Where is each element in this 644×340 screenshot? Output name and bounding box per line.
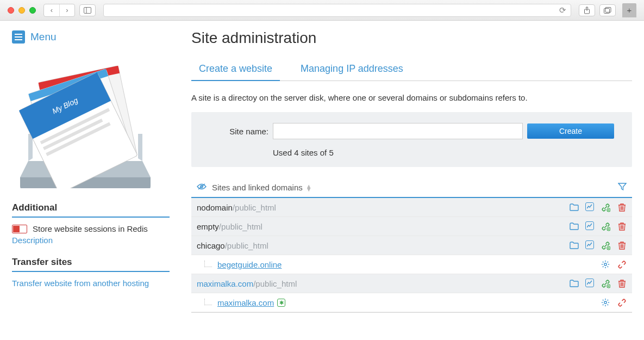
site-row[interactable]: maximalka.com/public_html [191,274,632,293]
main-content: Site administration Create a website Man… [191,27,632,313]
browser-chrome: ‹ › ⟳ + [0,0,644,21]
domain-link[interactable]: begetguide.online [217,260,282,269]
tab-managing-ip[interactable]: Managing IP addresses [293,58,411,81]
svg-rect-4 [604,8,610,13]
url-bar[interactable]: ⟳ [103,4,571,17]
sort-icon[interactable]: ▲▼ [306,184,312,191]
sidebar: Menu [12,27,170,313]
create-site-form: Site name: Create Used 4 sites of 5 [191,112,632,167]
site-row[interactable]: empty/public_html [191,217,632,236]
unlink-icon[interactable] [617,259,627,269]
trash-icon[interactable] [617,221,627,231]
domain-link[interactable]: maximalka.com [217,298,274,307]
description-link[interactable]: Description [12,236,53,245]
stats-icon[interactable] [585,240,594,249]
unlink-icon[interactable] [617,298,627,307]
tree-connector-icon [204,261,212,267]
menu-label: Menu [30,31,57,43]
site-row[interactable]: nodomain/public_html [191,198,632,217]
stats-icon[interactable] [585,221,594,230]
link-icon[interactable] [601,202,610,212]
create-button[interactable]: Create [527,123,614,139]
gear-icon[interactable] [601,259,610,269]
tabs-button[interactable] [599,4,616,16]
additional-heading: Additional [12,202,170,218]
site-name-label: Site name: [203,127,268,136]
share-button[interactable] [579,4,595,16]
domain-row[interactable]: maximalka.com✱ [191,293,632,312]
additional-section: Additional Store website sessions in Red… [12,202,170,245]
svg-point-34 [604,301,607,304]
svg-rect-0 [84,7,91,13]
trash-icon[interactable] [617,279,627,288]
page-description: A site is a directoy on the server disk,… [191,93,632,102]
forward-button[interactable]: › [59,4,74,16]
folder-icon[interactable] [569,240,579,250]
sites-table: Sites and linked domains ▲▼ nodomain/pub… [191,178,632,313]
sidebar-illustration: My Blog [12,58,153,188]
menu-icon [12,30,25,44]
trash-icon[interactable] [617,202,627,212]
domain-row[interactable]: begetguide.online [191,255,632,274]
maximize-window-icon[interactable] [29,7,36,14]
new-tab-button[interactable]: + [622,3,636,17]
site-path: /public_html [219,222,262,231]
site-row[interactable]: chicago/public_html [191,236,632,255]
folder-icon[interactable] [569,202,579,212]
menu-button[interactable]: Menu [12,30,170,44]
transfer-heading: Transfer sites [12,257,170,272]
back-button[interactable]: ‹ [44,4,59,16]
transfer-section: Transfer sites Transfer website from ano… [12,257,170,288]
site-name: nodomain [197,203,233,212]
stats-icon[interactable] [585,279,594,287]
folder-icon[interactable] [569,221,579,231]
site-path: /public_html [253,279,297,288]
link-icon[interactable] [601,221,610,231]
table-header: Sites and linked domains ▲▼ [191,178,632,198]
folder-icon[interactable] [569,279,579,288]
site-path: /public_html [225,241,268,250]
site-name: chicago [197,241,225,250]
page-title: Site administration [191,29,632,47]
stats-icon[interactable] [585,202,594,211]
tabs: Create a website Managing IP addresses [191,58,632,81]
site-name: empty [197,222,219,231]
svg-point-30 [604,263,607,265]
quota-text: Used 4 sites of 5 [273,148,620,157]
table-header-label[interactable]: Sites and linked domains [212,183,303,192]
tree-connector-icon [204,299,212,305]
visibility-icon[interactable] [197,183,207,192]
redis-label: Store website sessions in Redis [33,224,148,233]
redis-toggle[interactable] [12,225,27,233]
ssl-badge-icon: ✱ [277,299,285,307]
reload-icon[interactable]: ⟳ [559,5,566,15]
site-path: /public_html [233,203,276,212]
filter-icon[interactable] [618,182,627,193]
site-name-input[interactable] [273,123,523,139]
tab-create-website[interactable]: Create a website [191,58,280,81]
gear-icon[interactable] [601,298,610,307]
nav-back-forward: ‹ › [43,4,75,17]
transfer-link[interactable]: Transfer website from another hosting [12,279,149,288]
site-name: maximalka.com [197,279,253,288]
trash-icon[interactable] [617,240,627,250]
svg-rect-5 [605,7,611,12]
sidebar-toggle-button[interactable] [79,4,96,16]
link-icon[interactable] [601,240,610,250]
minimize-window-icon[interactable] [18,7,25,14]
link-icon[interactable] [601,279,610,288]
close-window-icon[interactable] [8,7,14,14]
window-controls [8,7,36,14]
